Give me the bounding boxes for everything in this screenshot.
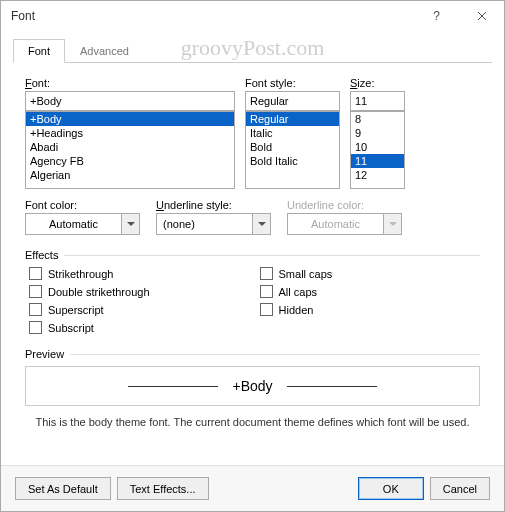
list-item[interactable]: +Headings	[26, 126, 234, 140]
font-listbox[interactable]: +Body +Headings Abadi Agency FB Algerian	[25, 111, 235, 189]
checkbox-hidden[interactable]: Hidden	[260, 303, 333, 316]
font-style-listbox[interactable]: Regular Italic Bold Bold Italic	[245, 111, 340, 189]
titlebar: Font ?	[1, 1, 504, 31]
window-title: Font	[11, 9, 35, 23]
list-item[interactable]: 11	[351, 154, 404, 168]
text-effects-button[interactable]: Text Effects...	[117, 477, 209, 500]
ok-button[interactable]: OK	[358, 477, 424, 500]
list-item[interactable]: 8	[351, 112, 404, 126]
checkbox-double-strikethrough[interactable]: Double strikethrough	[29, 285, 150, 298]
list-item[interactable]: Italic	[246, 126, 339, 140]
set-as-default-button[interactable]: Set As Default	[15, 477, 111, 500]
tab-font[interactable]: Font	[13, 39, 65, 63]
chevron-down-icon	[389, 222, 397, 226]
list-item[interactable]: Algerian	[26, 168, 234, 182]
chevron-down-icon	[258, 222, 266, 226]
list-item[interactable]: Abadi	[26, 140, 234, 154]
preview-sample: +Body	[232, 378, 272, 394]
size-input[interactable]	[350, 91, 405, 111]
close-button[interactable]	[459, 1, 504, 31]
font-dialog: Font ? groovyPost.com Font Advanced Font…	[0, 0, 505, 512]
list-item[interactable]: +Body	[26, 112, 234, 126]
preview-group-title: Preview	[25, 348, 64, 360]
preview-box: +Body	[25, 366, 480, 406]
close-icon	[477, 11, 487, 21]
font-input[interactable]	[25, 91, 235, 111]
checkbox-all-caps[interactable]: All caps	[260, 285, 333, 298]
list-item[interactable]: 10	[351, 140, 404, 154]
font-label: Font:	[25, 77, 235, 89]
underline-color-label: Underline color:	[287, 199, 402, 211]
underline-style-label: Underline style:	[156, 199, 271, 211]
list-item[interactable]: 12	[351, 168, 404, 182]
effects-group-title: Effects	[25, 249, 58, 261]
tab-advanced[interactable]: Advanced	[65, 39, 144, 63]
checkbox-subscript[interactable]: Subscript	[29, 321, 150, 334]
list-item[interactable]: Agency FB	[26, 154, 234, 168]
dialog-button-bar: Set As Default Text Effects... OK Cancel	[1, 465, 504, 511]
size-label: Size:	[350, 77, 405, 89]
font-color-label: Font color:	[25, 199, 140, 211]
font-style-input[interactable]	[245, 91, 340, 111]
font-style-label: Font style:	[245, 77, 340, 89]
chevron-down-icon	[127, 222, 135, 226]
size-listbox[interactable]: 8 9 10 11 12	[350, 111, 405, 189]
help-button[interactable]: ?	[414, 1, 459, 31]
checkbox-small-caps[interactable]: Small caps	[260, 267, 333, 280]
cancel-button[interactable]: Cancel	[430, 477, 490, 500]
tab-strip: Font Advanced	[1, 31, 504, 63]
list-item[interactable]: Bold	[246, 140, 339, 154]
list-item[interactable]: 9	[351, 126, 404, 140]
underline-style-dropdown[interactable]: (none)	[156, 213, 271, 235]
checkbox-superscript[interactable]: Superscript	[29, 303, 150, 316]
font-color-dropdown[interactable]: Automatic	[25, 213, 140, 235]
list-item[interactable]: Bold Italic	[246, 154, 339, 168]
checkbox-strikethrough[interactable]: Strikethrough	[29, 267, 150, 280]
underline-color-dropdown: Automatic	[287, 213, 402, 235]
preview-description: This is the body theme font. The current…	[25, 416, 480, 428]
list-item[interactable]: Regular	[246, 112, 339, 126]
